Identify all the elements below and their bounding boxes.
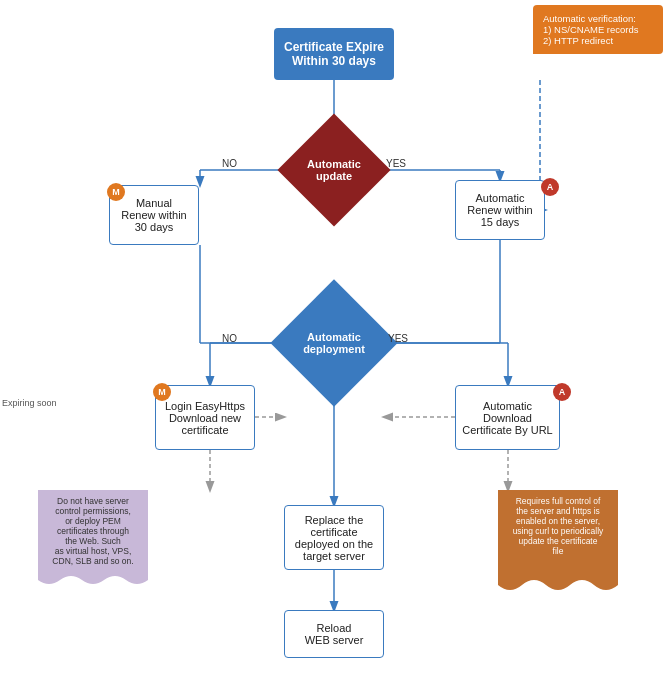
auto-update-diamond: Automatic update — [277, 113, 390, 226]
no-perm-box: Do not have server control permissions, … — [38, 490, 148, 585]
auto-deploy-diamond: Automatic deployment — [270, 279, 397, 406]
reload-label: Reload WEB server — [305, 622, 364, 646]
replace-cert-node: Replace the certificate deployed on the … — [284, 505, 384, 570]
auto-update-label: Automatic update — [307, 158, 361, 182]
no-perm-text: Do not have server control permissions, … — [44, 496, 142, 566]
auto-verify-line2: 2) HTTP redirect — [543, 35, 613, 46]
badge-a-dl: A — [553, 383, 571, 401]
auto-verify-title: Automatic verification: — [543, 13, 636, 24]
auto-renew-label: Automatic Renew within 15 days — [467, 192, 532, 228]
auto-dl-node: Automatic Download Certificate By URL — [455, 385, 560, 450]
badge-m-manual: M — [107, 183, 125, 201]
no-label-update: NO — [222, 158, 237, 169]
full-ctrl-text: Requires full control of the server and … — [504, 496, 612, 556]
auto-renew-node: Automatic Renew within 15 days — [455, 180, 545, 240]
manual-renew-label: Manual Renew within 30 days — [121, 197, 186, 233]
cert-expire-label: Certificate EXpire Within 30 days — [284, 40, 384, 68]
no-label-deploy: NO — [222, 333, 237, 344]
auto-dl-label: Automatic Download Certificate By URL — [462, 400, 552, 436]
full-ctrl-box: Requires full control of the server and … — [498, 490, 618, 590]
badge-a-renew: A — [541, 178, 559, 196]
auto-verify-callout: Automatic verification: 1) NS/CNAME reco… — [533, 5, 663, 54]
yes-label-deploy: YES — [388, 333, 408, 344]
cert-expire-node: Certificate EXpire Within 30 days — [274, 28, 394, 80]
auto-deploy-label: Automatic deployment — [303, 331, 365, 355]
expiring-soon-label: Expiring soon — [2, 398, 57, 408]
reload-web-node: Reload WEB server — [284, 610, 384, 658]
replace-label: Replace the certificate deployed on the … — [295, 514, 373, 562]
flowchart: Automatic verification: 1) NS/CNAME reco… — [0, 0, 668, 687]
yes-label-update: YES — [386, 158, 406, 169]
login-label: Login EasyHttps Download new certificate — [165, 400, 245, 436]
auto-verify-line1: 1) NS/CNAME records — [543, 24, 639, 35]
badge-m-login: M — [153, 383, 171, 401]
